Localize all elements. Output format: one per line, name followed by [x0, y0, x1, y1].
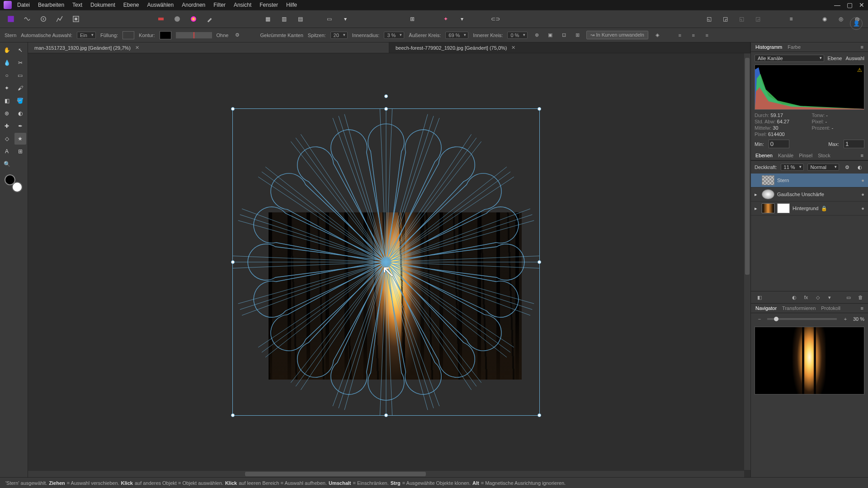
hist-min-input[interactable] [769, 140, 789, 148]
menu-anordnen[interactable]: Anordnen [182, 2, 205, 8]
tab-navigator[interactable]: Navigator [755, 305, 777, 311]
color-swatches[interactable] [5, 174, 23, 192]
bbox-handle-mr[interactable] [538, 260, 541, 264]
live-filter-icon[interactable]: ◇ [814, 293, 822, 301]
bbox-handle-ml[interactable] [231, 260, 235, 264]
crop-layer-icon[interactable]: ◎ [835, 13, 847, 25]
points-input[interactable]: 20 [330, 32, 348, 39]
tab-transform[interactable]: Transformieren [782, 305, 816, 311]
greyscale-icon[interactable] [171, 13, 184, 25]
crop-tool-icon[interactable]: ✂ [14, 57, 26, 69]
foreground-color-swatch[interactable] [5, 174, 15, 185]
outer-circle-input[interactable]: 69 % [445, 32, 468, 39]
tab-histogram[interactable]: Histogramm [755, 44, 782, 50]
text-tool-icon[interactable]: A [1, 145, 13, 157]
navigator-preview[interactable] [755, 327, 864, 394]
layer-row-stern[interactable]: Stern ● [751, 174, 868, 188]
persona-photo-icon[interactable] [5, 13, 17, 25]
arrange-icon[interactable]: ⊞ [406, 13, 419, 25]
hist-scope-layer[interactable]: Ebene [828, 56, 842, 61]
menu-ebene[interactable]: Ebene [123, 2, 139, 8]
canvas-viewport[interactable]: ↖ [28, 53, 750, 477]
zoom-in-icon[interactable]: + [841, 315, 849, 323]
order-front-icon[interactable]: ◱ [703, 13, 715, 25]
add-layer-icon[interactable]: ◉ [818, 13, 831, 25]
menu-filter[interactable]: Filter [213, 2, 226, 8]
fx-icon[interactable]: fx [802, 293, 810, 301]
tab-history[interactable]: Protokoll [821, 305, 840, 311]
doc-tab-2-close-icon[interactable]: ✕ [511, 45, 515, 51]
persona-develop-icon[interactable] [37, 13, 50, 25]
persona-liquify-icon[interactable] [21, 13, 33, 25]
brush-tool-icon[interactable]: 🖌 [14, 82, 26, 94]
align-center-icon[interactable]: ≡ [689, 31, 698, 40]
layer-row-background[interactable]: ▸ Hintergrund 🔒 ● [751, 202, 868, 216]
minimize-button[interactable]: — [834, 1, 840, 9]
maximize-button[interactable]: ▢ [847, 1, 853, 9]
tab-color[interactable]: Farbe [788, 44, 801, 50]
bbox-rotate-handle[interactable] [384, 94, 388, 98]
convert-curves-button[interactable]: ↝ In Kurven umwandeln [586, 31, 648, 39]
menu-dokument[interactable]: Dokument [90, 2, 115, 8]
swatches-icon[interactable] [155, 13, 167, 25]
fill-swatch[interactable] [123, 31, 134, 39]
eyedropper-icon[interactable] [203, 13, 216, 25]
histogram-channel-select[interactable]: Alle Kanäle [755, 55, 824, 62]
menu-ansicht[interactable]: Ansicht [234, 2, 251, 8]
autoselect-select[interactable]: Ein [77, 32, 96, 39]
hand-tool-icon[interactable]: ✋ [1, 44, 13, 56]
layers-panel-menu-icon[interactable]: ≡ [861, 153, 863, 158]
quick-fx-icon[interactable]: ◈ [653, 31, 662, 40]
grid-multi-icon[interactable]: ▤ [294, 13, 307, 25]
grid-double-icon[interactable]: ▥ [278, 13, 290, 25]
marquee-tool-icon[interactable]: ▭ [14, 70, 26, 81]
align-right-icon[interactable]: ≡ [703, 31, 712, 40]
zoom-tool-icon[interactable]: 🔍 [1, 158, 13, 170]
mesh-tool-icon[interactable]: ⊞ [14, 145, 26, 157]
layer-settings-icon[interactable]: ⚙ [843, 163, 852, 172]
panel-menu-icon[interactable]: ≡ [861, 44, 863, 50]
dodge-tool-icon[interactable]: ◐ [14, 108, 26, 119]
account-icon[interactable]: 👤 [850, 17, 863, 30]
fill-tool-icon[interactable]: 🪣 [14, 95, 26, 107]
order-backward-icon[interactable]: ◲ [751, 13, 764, 25]
tag-icon[interactable]: ▾ [826, 293, 834, 301]
layer-visibility-icon[interactable]: ● [861, 192, 864, 197]
pen-tool-icon[interactable]: ✒ [14, 120, 26, 132]
clone-tool-icon[interactable]: ⊛ [1, 108, 13, 119]
blend-mode-select[interactable]: Normal [807, 164, 839, 171]
bbox-handle-tc[interactable] [384, 107, 388, 111]
cycle-select-icon[interactable]: ⊞ [573, 31, 582, 40]
doc-tab-2[interactable]: beech-forest-779902_1920.jpg [Geändert] … [389, 42, 750, 53]
order-forward-icon[interactable]: ◱ [735, 13, 748, 25]
grid-single-icon[interactable]: ▦ [261, 13, 274, 25]
menu-bearbeiten[interactable]: Bearbeiten [38, 2, 64, 8]
layer-visibility-icon[interactable]: ● [861, 206, 864, 211]
menu-fenster[interactable]: Fenster [259, 2, 278, 8]
flood-select-tool-icon[interactable]: ✦ [1, 82, 13, 94]
doc-tab-1[interactable]: man-3151723_1920.jpg [Geändert] (29,7%) … [28, 42, 389, 53]
order-back-icon[interactable]: ◲ [719, 13, 731, 25]
opacity-input[interactable]: 11 % [781, 164, 804, 171]
settings-icon[interactable]: ⚙ [233, 31, 242, 40]
selection-brush-tool-icon[interactable]: ○ [1, 70, 13, 81]
menu-hilfe[interactable]: Hilfe [286, 2, 297, 8]
menu-auswaehlen[interactable]: Auswählen [147, 2, 174, 8]
dropdown-icon[interactable]: ▾ [339, 13, 352, 25]
layer-lock-icon[interactable]: 🔒 [821, 206, 827, 211]
bbox-handle-tl[interactable] [231, 107, 235, 111]
erase-tool-icon[interactable]: ◧ [1, 95, 13, 107]
bbox-handle-bc[interactable] [384, 413, 388, 417]
add-layer-icon[interactable]: ▭ [844, 293, 853, 301]
hist-max-input[interactable] [844, 140, 864, 148]
layer-toggle-icon[interactable]: ◐ [855, 163, 864, 172]
tab-channels[interactable]: Kanäle [778, 153, 793, 158]
bbox-handle-tr[interactable] [538, 107, 541, 111]
mask-layer-icon[interactable]: ◧ [755, 293, 764, 301]
align-icon[interactable]: ≡ [785, 13, 797, 25]
hide-selection-icon[interactable]: ⊡ [559, 31, 568, 40]
doc-tab-1-close-icon[interactable]: ✕ [135, 45, 139, 51]
healing-tool-icon[interactable]: ✚ [1, 120, 13, 132]
tab-layers[interactable]: Ebenen [755, 153, 773, 158]
snapping-icon[interactable]: ✦ [439, 13, 452, 25]
